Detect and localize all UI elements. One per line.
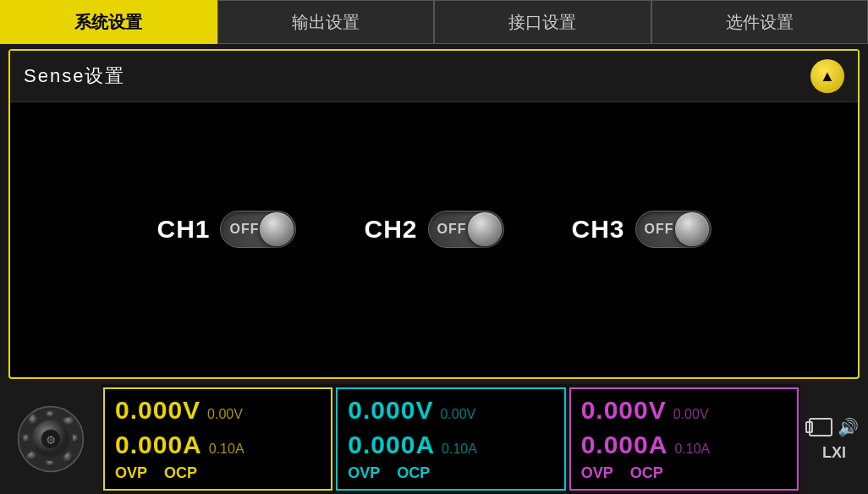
ch2-ocp-label: OCP (397, 464, 430, 482)
gear-icon-area: ⚙ (0, 384, 102, 494)
ch2-toggle-knob (468, 212, 502, 246)
ch2-current-large: 0.000A (348, 431, 435, 459)
ch2-toggle-text: OFF (437, 222, 467, 237)
ch1-status: 0.000V 0.00V 0.000A 0.10A OVP OCP (103, 387, 332, 491)
ch1-current-row: 0.000A 0.10A (115, 431, 321, 459)
tab-output[interactable]: 输出设置 (217, 0, 435, 44)
svg-text:⚙: ⚙ (46, 434, 56, 447)
ch3-voltage-large: 0.000V (581, 396, 667, 425)
sense-header: Sense设置 ▲ (10, 51, 858, 102)
ch2-current-row: 0.000A 0.10A (348, 431, 553, 459)
ch3-status: 0.000V 0.00V 0.000A 0.10A OVP OCP (569, 387, 799, 491)
ch3-current-small: 0.10A (674, 442, 710, 457)
ch2-toggle[interactable]: OFF (428, 211, 504, 248)
ch2-ovp-ocp-row: OVP OCP (348, 464, 553, 482)
right-icons-area: 🔊 LXI (800, 384, 868, 494)
ch1-ovp-ocp-row: OVP OCP (115, 464, 321, 482)
tab-system[interactable]: 系统设置 (0, 0, 217, 44)
ch1-current-small: 0.10A (209, 442, 244, 457)
tab-option[interactable]: 选件设置 (651, 0, 869, 44)
chevron-up-button[interactable]: ▲ (810, 59, 844, 93)
ch1-toggle[interactable]: OFF (220, 211, 296, 248)
main-content: Sense设置 ▲ CH1 OFF CH2 OFF CH3 OFF (8, 49, 860, 379)
ch2-current-small: 0.10A (442, 442, 477, 457)
display-icon (809, 418, 832, 436)
ch1-voltage-large: 0.000V (115, 396, 201, 425)
channel-group-ch3: CH3 OFF (572, 211, 711, 248)
ch3-ovp-ocp-row: OVP OCP (581, 464, 787, 482)
ch3-voltage-row: 0.000V 0.00V (581, 396, 787, 425)
ch2-ovp-label: OVP (348, 464, 380, 482)
ch3-toggle-text: OFF (645, 222, 674, 237)
ch1-voltage-small: 0.00V (207, 407, 243, 422)
ch1-ocp-label: OCP (164, 464, 197, 482)
ch3-toggle-knob (675, 212, 709, 246)
ch2-voltage-large: 0.000V (348, 396, 433, 425)
ch1-current-large: 0.000A (115, 431, 202, 459)
channel-group-ch1: CH1 OFF (157, 211, 296, 248)
ch2-label: CH2 (364, 215, 417, 244)
right-icon-row: 🔊 (809, 417, 859, 437)
ch2-status: 0.000V 0.00V 0.000A 0.10A OVP OCP (336, 387, 565, 491)
ch3-ovp-label: OVP (581, 464, 613, 482)
sense-title: Sense设置 (24, 63, 125, 89)
ch3-current-row: 0.000A 0.10A (581, 431, 787, 459)
lxi-label: LXI (822, 444, 846, 462)
ch1-label: CH1 (157, 215, 210, 244)
speaker-icon: 🔊 (838, 417, 859, 437)
ch1-toggle-text: OFF (229, 222, 259, 237)
ch2-voltage-small: 0.00V (440, 407, 475, 422)
chevron-up-icon: ▲ (820, 68, 835, 85)
ch1-toggle-knob (260, 212, 294, 246)
ch3-voltage-small: 0.00V (673, 407, 709, 422)
tab-bar: 系统设置 输出设置 接口设置 选件设置 (0, 0, 868, 44)
ch1-ovp-label: OVP (115, 464, 147, 482)
ch3-toggle[interactable]: OFF (635, 211, 711, 248)
ch3-ocp-label: OCP (630, 464, 663, 482)
gear-icon: ⚙ (17, 405, 85, 473)
channel-group-ch2: CH2 OFF (364, 211, 503, 248)
tab-interface[interactable]: 接口设置 (434, 0, 651, 44)
ch2-voltage-row: 0.000V 0.00V (348, 396, 553, 425)
channels-area: CH1 OFF CH2 OFF CH3 OFF (10, 102, 858, 356)
ch1-voltage-row: 0.000V 0.00V (115, 396, 321, 425)
bottom-bar: ⚙ 0.000V 0.00V 0.000A 0.10A OVP OCP 0.00… (0, 384, 868, 494)
ch3-current-large: 0.000A (581, 431, 668, 459)
ch3-label: CH3 (572, 215, 625, 244)
